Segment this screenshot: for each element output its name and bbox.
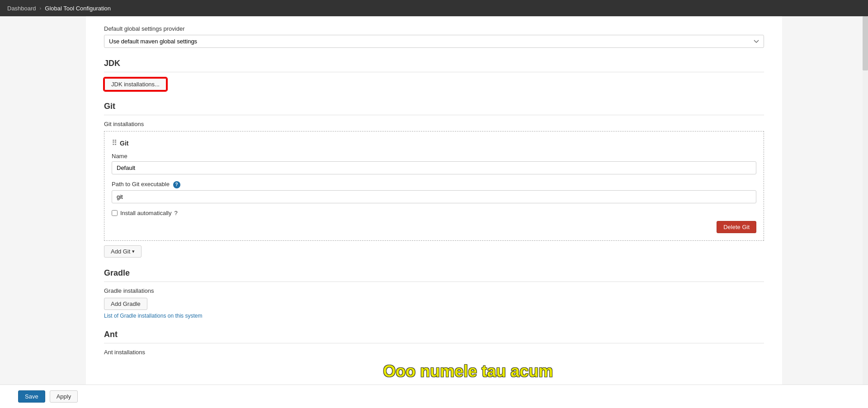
git-path-help-icon[interactable]: ? — [173, 181, 180, 188]
bottom-bar: Save Apply — [0, 385, 868, 408]
gradle-installations-label: Gradle installations — [104, 287, 764, 294]
git-install-auto-row: Install automatically ? — [112, 210, 756, 216]
git-title: Git — [104, 102, 764, 115]
apply-button[interactable]: Apply — [50, 390, 78, 403]
add-git-button[interactable]: Add Git — [104, 245, 142, 258]
gradle-title: Gradle — [104, 268, 764, 282]
default-settings-section: Default global settings provider Use def… — [104, 25, 764, 48]
git-path-group: Path to Git executable ? — [112, 181, 756, 203]
git-install-auto-label: Install automatically — [120, 210, 171, 216]
scrollbar-track — [863, 16, 868, 408]
git-installations-label: Git installations — [104, 121, 764, 127]
delete-btn-row: Delete Git — [112, 221, 756, 233]
git-install-auto-help-icon[interactable]: ? — [174, 210, 177, 216]
git-install-auto-checkbox[interactable] — [112, 210, 118, 216]
breadcrumb-dashboard[interactable]: Dashboard — [7, 5, 36, 12]
breadcrumb-current: Global Tool Configuration — [45, 5, 111, 12]
ant-title: Ant — [104, 330, 764, 343]
git-path-input[interactable] — [112, 190, 756, 203]
git-path-label: Path to Git executable ? — [112, 181, 756, 188]
git-section: Git Git installations ⠿ Git Name Path to… — [104, 102, 764, 258]
gradle-info-text: List of Gradle installations on this sys… — [104, 313, 764, 319]
git-name-label: Name — [112, 153, 756, 159]
main-content: Default global settings provider Use def… — [86, 16, 782, 408]
git-item-title: ⠿ Git — [112, 139, 756, 147]
gradle-section: Gradle Gradle installations Add Gradle L… — [104, 268, 764, 319]
default-settings-label: Default global settings provider — [104, 25, 764, 32]
git-name-group: Name — [112, 153, 756, 174]
ant-section: Ant Ant installations — [104, 330, 764, 356]
breadcrumb-separator: › — [40, 5, 42, 11]
delete-git-button[interactable]: Delete Git — [717, 221, 756, 233]
drag-handle-icon[interactable]: ⠿ — [112, 139, 116, 147]
ant-installations-label: Ant installations — [104, 349, 764, 356]
default-settings-select[interactable]: Use default maven global settings — [104, 35, 764, 48]
jdk-installations-button[interactable]: JDK installations... — [104, 78, 167, 91]
jdk-section: JDK JDK installations... — [104, 59, 764, 91]
scrollbar-thumb[interactable] — [863, 16, 868, 70]
jdk-title: JDK — [104, 59, 764, 72]
top-bar: Dashboard › Global Tool Configuration — [0, 0, 868, 16]
save-button[interactable]: Save — [18, 390, 45, 403]
git-installation-box: ⠿ Git Name Path to Git executable ? Inst… — [104, 131, 764, 241]
git-name-input[interactable] — [112, 161, 756, 174]
add-gradle-button[interactable]: Add Gradle — [104, 298, 147, 310]
